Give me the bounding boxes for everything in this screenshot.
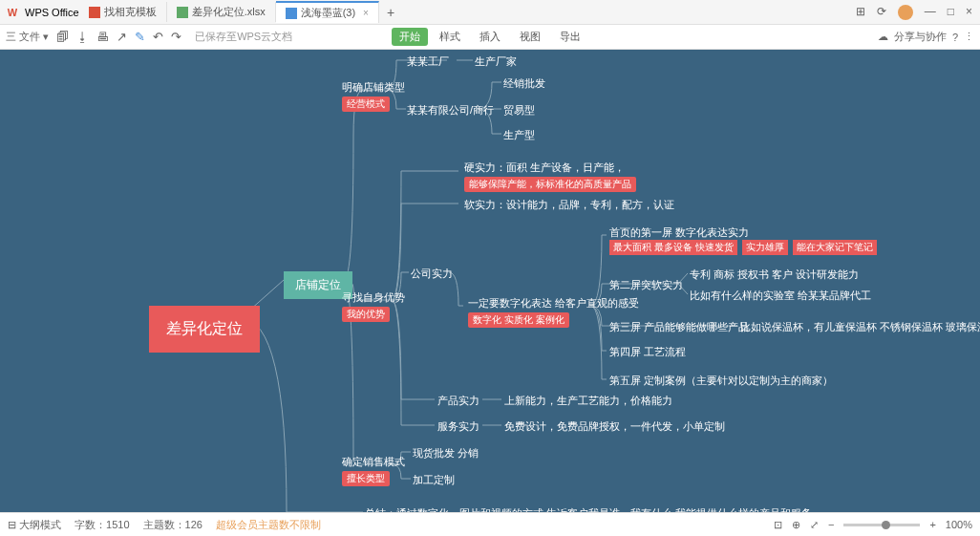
word-count: 字数：1510 xyxy=(75,518,129,532)
zoom-out-button[interactable]: − xyxy=(828,519,834,530)
help-icon[interactable]: ? xyxy=(952,32,958,43)
statusbar: ⊟ 大纲模式 字数：1510 主题数：126 超级会员主题数不限制 ⊡ ⊕ ⤢ … xyxy=(0,512,980,536)
node-screen3[interactable]: 第三屏 产品能够能做哪些产品 xyxy=(609,320,749,334)
zoom-in-button[interactable]: + xyxy=(929,519,935,530)
node-sale1[interactable]: 现货批发 分销 xyxy=(413,446,479,461)
node-summary[interactable]: 总结：通过数字化，图片和视频的方式 告诉客户我是谁，我有什么 我能提供什么样的产… xyxy=(365,506,812,512)
grid-icon[interactable]: ⊞ xyxy=(856,5,865,20)
brush-icon[interactable]: ✎ xyxy=(135,30,145,44)
tag-s1b: 实力雄厚 xyxy=(742,240,788,255)
vip-tip[interactable]: 超级会员主题数不限制 xyxy=(216,518,321,532)
print-icon[interactable]: 🖶 xyxy=(96,30,109,44)
root-node[interactable]: 差异化定位 xyxy=(149,306,260,353)
node-soft[interactable]: 软实力：设计能力，品牌，专利，配方，认证 xyxy=(464,198,674,212)
node-hard[interactable]: 硬实力：面积 生产设备，日产能， 能够保障产能，标标准化的高质量产品 xyxy=(464,161,636,192)
node-s2a[interactable]: 专利 商标 授权书 客户 设计研发能力 xyxy=(690,268,859,282)
tab-export[interactable]: 导出 xyxy=(552,28,588,46)
file-menu[interactable]: 三 文件 ▾ xyxy=(6,30,49,44)
saved-status: 已保存至WPS云文档 xyxy=(195,30,292,44)
tag-s1c: 能在大家记下笔记 xyxy=(793,240,877,255)
app-name: WPS Office xyxy=(25,7,79,18)
outline-mode-button[interactable]: ⊟ 大纲模式 xyxy=(8,518,61,532)
maximize-button[interactable]: □ xyxy=(948,5,954,20)
refresh-icon[interactable]: ⟳ xyxy=(877,5,886,20)
save-icon[interactable]: 🗐 xyxy=(56,30,69,44)
titlebar: W WPS Office 找相克模板 差异化定位.xlsx 浅海墨蓝(3)× +… xyxy=(0,0,980,25)
close-button[interactable]: × xyxy=(966,5,972,20)
xls-icon xyxy=(177,7,188,18)
wps-logo-icon: W xyxy=(4,4,21,21)
toolbar-tabs: 开始 样式 插入 视图 导出 xyxy=(392,28,588,46)
more-icon[interactable]: ⋮ xyxy=(964,31,974,43)
node-sale[interactable]: 确定销售模式 擅长类型 xyxy=(342,455,405,486)
tab-view[interactable]: 视图 xyxy=(512,28,548,46)
locate-icon[interactable]: ⊡ xyxy=(774,519,782,531)
node-serv[interactable]: 服务实力 xyxy=(437,419,479,434)
node-s3r[interactable]: 比如说保温杯，有儿童保温杯 不锈钢保温杯 玻璃保温杯 xyxy=(740,320,980,334)
node-sale2[interactable]: 加工定制 xyxy=(413,473,455,487)
topic-count: 主题数：126 xyxy=(143,518,202,532)
node-factory-r[interactable]: 生产厂家 xyxy=(475,54,517,69)
node-screen4[interactable]: 第四屏 工艺流程 xyxy=(609,345,686,359)
download-icon[interactable]: ⭳ xyxy=(76,30,89,44)
node-serv-r[interactable]: 免费设计，免费品牌授权，一件代发，小单定制 xyxy=(504,419,725,434)
tab-start[interactable]: 开始 xyxy=(392,28,428,46)
tab-insert[interactable]: 插入 xyxy=(472,28,508,46)
mindmap-canvas[interactable]: 差异化定位 店铺定位 明确店铺类型 经营模式 某某工厂 生产厂家 某某有限公司/… xyxy=(0,50,980,512)
tab-2[interactable]: 差异化定位.xlsx xyxy=(167,2,276,22)
close-icon[interactable]: × xyxy=(363,8,369,18)
node-company[interactable]: 某某有限公司/商行 xyxy=(407,103,494,118)
undo-icon[interactable]: ↶ xyxy=(153,30,163,44)
zoom-level: 100% xyxy=(946,519,972,530)
tag-s1a: 最大面积 最多设备 快速发货 xyxy=(609,240,737,255)
tag-adv: 我的优势 xyxy=(342,307,390,322)
zoom-slider[interactable] xyxy=(843,524,920,526)
node-type[interactable]: 明确店铺类型 经营模式 xyxy=(342,80,405,112)
node-prod-r[interactable]: 上新能力，生产工艺能力，价格能力 xyxy=(504,394,672,408)
add-tab-button[interactable]: + xyxy=(379,5,402,20)
node-prod[interactable]: 产品实力 xyxy=(437,394,479,408)
expand-icon[interactable]: ⤢ xyxy=(810,519,819,531)
cloud-icon[interactable]: ☁ xyxy=(878,31,888,43)
node-adv[interactable]: 寻找自身优势 我的优势 xyxy=(342,290,405,322)
node-s2b[interactable]: 比如有什么样的实验室 给某某品牌代工 xyxy=(690,289,871,303)
node-screen5[interactable]: 第五屏 定制案例（主要针对以定制为主的商家） xyxy=(609,374,833,388)
tab-style[interactable]: 样式 xyxy=(432,28,468,46)
node-c1[interactable]: 经销批发 xyxy=(503,76,545,91)
node-comp[interactable]: 公司实力 xyxy=(411,267,453,281)
tag-sale: 擅长类型 xyxy=(342,471,390,486)
node-screen2[interactable]: 第二屏突软实力 xyxy=(609,278,683,292)
tag-must: 数字化 实质化 案例化 xyxy=(468,312,569,328)
tab-1[interactable]: 找相克模板 xyxy=(79,2,167,22)
minimize-button[interactable]: — xyxy=(925,5,936,20)
node-c3[interactable]: 生产型 xyxy=(503,128,535,142)
tag-hard: 能够保障产能，标标准化的高质量产品 xyxy=(464,177,636,192)
fit-icon[interactable]: ⊕ xyxy=(792,519,800,531)
tab-3-active[interactable]: 浅海墨蓝(3)× xyxy=(276,1,379,23)
doc-icon xyxy=(89,7,100,18)
tag-mode: 经营模式 xyxy=(342,96,390,112)
toolbar: 三 文件 ▾ 🗐 ⭳ 🖶 ↗ ✎ ↶ ↷ 已保存至WPS云文档 开始 样式 插入… xyxy=(0,25,980,50)
mind-icon xyxy=(286,8,297,19)
node-factory[interactable]: 某某工厂 xyxy=(407,54,449,69)
share-button[interactable]: 分享与协作 xyxy=(894,30,947,44)
avatar-icon[interactable] xyxy=(898,5,913,20)
node-c2[interactable]: 贸易型 xyxy=(503,103,535,118)
node-screen1[interactable]: 首页的第一屏 数字化表达实力 最大面积 最多设备 快速发货 实力雄厚 能在大家记… xyxy=(609,225,879,255)
redo-icon[interactable]: ↷ xyxy=(171,30,181,44)
export-icon[interactable]: ↗ xyxy=(117,30,127,44)
